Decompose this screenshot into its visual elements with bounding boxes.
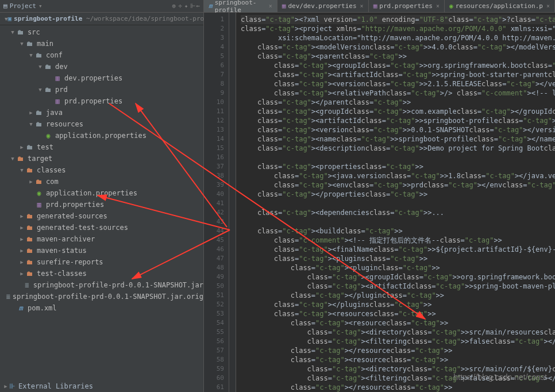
code-line[interactable]: class="c-tag"><resourceclass="c-tag">> [241,318,555,328]
code-line[interactable]: class="c-tag"><relativePathclass="c-tag"… [241,89,555,98]
editor-tab[interactable]: ◉resources/application.p× [445,0,555,12]
tree-item[interactable]: ▼🖿target [0,153,203,164]
tree-arrow-icon[interactable]: ▶ [18,225,25,230]
code-line[interactable]: class="c-tag"><propertiesclass="c-tag">> [241,162,555,171]
collapse-icon[interactable]: ÷ [178,2,182,10]
tree-item[interactable]: ▶🖿test [0,141,203,153]
tree-arrow-icon[interactable]: ▼ [28,52,34,58]
tree-item-label: resources [46,120,83,128]
close-icon[interactable]: × [269,3,272,9]
code-line[interactable]: class="c-tag"><resourcesclass="c-tag">> [241,309,555,318]
code-line[interactable]: class="c-tag"></propertiesclass="c-tag">… [241,190,555,199]
tree-item[interactable]: ▶🖿maven-archiver [0,233,203,245]
tree-item[interactable]: ▦prd.properties [0,95,203,107]
code-line[interactable]: class="c-tag"></parentclass="c-tag">> [241,98,555,107]
code-line[interactable]: class="c-tag"><groupIdclass="c-tag">>com… [241,107,555,116]
close-icon[interactable]: × [436,3,440,9]
tree-item[interactable]: mpom.xml [0,302,203,314]
tree-item[interactable]: ▼🖿dev [0,61,203,72]
code-line[interactable]: class="c-tag"><resourceclass="c-tag">> [241,355,555,364]
tree-arrow-icon[interactable]: ▶ [18,144,25,150]
code-line[interactable]: class="c-tag"><versionclass="c-tag">>0.0… [241,125,555,134]
code-line[interactable]: class="c-tag"><pluginclass="c-tag">> [241,263,555,272]
code-line[interactable]: class="c-tag"><groupIdclass="c-tag">>org… [241,61,555,70]
code-line[interactable]: class="c-tag"><nameclass="c-tag">>spring… [241,134,555,144]
editor-tab[interactable]: ▦dev/dev.properties× [278,0,369,12]
tree-item[interactable]: ≣springboot-profile-prd-0.0.1-SNAPSHOT.j… [0,279,203,291]
tree-item[interactable]: ◉application.properties [0,187,203,199]
code-line[interactable]: class="c-tag"><modelVersionclass="c-tag"… [241,43,555,52]
code-line[interactable]: class="c-tag"><artifactIdclass="c-tag">>… [241,70,555,79]
code-line[interactable]: class="c-tag"><filteringclass="c-tag">>f… [241,337,555,346]
code-line[interactable]: class="c-tag"></pluginsclass="c-tag">> [241,300,555,309]
code-editor[interactable]: class="c-tag"><?xml version="1.0" encodi… [236,13,555,392]
code-line[interactable]: class="c-tag"><?xml version="1.0" encodi… [241,15,555,24]
tree-arrow-icon[interactable]: ▶ [28,110,34,116]
tree-item[interactable]: ◉application.properties [0,130,203,141]
close-icon[interactable]: × [546,3,550,9]
tree-arrow-icon[interactable]: ▼ [9,156,16,162]
code-line[interactable]: class="c-tag"></resourceclass="c-tag">> [241,346,555,355]
code-line[interactable]: class="c-tag"></pluginclass="c-tag">> [241,291,555,300]
code-line[interactable]: class="c-tag"></resourceclass="c-tag">> [241,383,555,392]
code-line[interactable]: class="c-tag"><descriptionclass="c-tag">… [241,144,555,153]
tree-item[interactable]: ▶🖿test-classes [0,268,203,279]
tree-arrow-icon[interactable]: ▶ [18,248,25,253]
close-icon[interactable]: × [360,3,364,9]
hide-icon[interactable]: ⊩← [190,2,200,10]
tree-arrow-icon[interactable]: ▼ [37,87,44,93]
tree-arrow-icon[interactable]: ▼ [18,41,25,47]
code-line[interactable] [241,153,555,162]
tree-arrow-icon[interactable]: ▶ [18,213,25,219]
code-line[interactable]: class="c-tag"><envclass="c-tag">>prdclas… [241,180,555,190]
code-line[interactable]: class="c-tag"><parentclass="c-tag">> [241,52,555,61]
external-libraries[interactable]: ▶ ⊪ External Libraries [0,381,203,392]
tree-item[interactable]: ▦dev.properties [0,72,203,84]
tree-item[interactable]: ▼🖿main [0,38,203,49]
tree-arrow-icon[interactable]: ▶ [18,259,25,265]
tree-arrow-icon[interactable]: ▼ [18,167,25,173]
code-line[interactable]: class="c-tag"><artifactIdclass="c-tag">>… [241,282,555,291]
code-line[interactable]: class="c-tag"><buildclass="c-tag">> [241,226,555,236]
code-line[interactable]: class="c-comment"><!-- 指定打包后的文件名--class=… [241,236,555,245]
tree-item[interactable]: ▶🖿java [0,107,203,118]
editor-tab[interactable]: mspringboot-profile× [204,0,278,12]
tree-item[interactable]: ▶🖿generated-test-sources [0,222,203,233]
tree-item[interactable]: ≣springboot-profile-prd-0.0.1-SNAPSHOT.j… [0,291,203,302]
code-line[interactable]: class="c-tag"><artifactIdclass="c-tag">>… [241,116,555,125]
dropdown-arrow-icon[interactable]: ▾ [38,2,43,10]
tree-item[interactable]: ▶🖿surefire-reports [0,256,203,268]
tree-item[interactable]: ▶🖿generated-sources [0,210,203,222]
code-line[interactable]: class="c-tag"><finalNameclass="c-tag">>$… [241,245,555,254]
settings-icon[interactable]: ✦ [184,2,188,10]
code-line[interactable]: class="c-tag"><dependenciesclass="c-tag"… [241,208,555,217]
tree-arrow-icon[interactable]: ▶ [18,236,25,242]
tree-arrow-icon[interactable]: ▶ [28,179,34,185]
code-line[interactable]: class="c-tag"><directoryclass="c-tag">>s… [241,328,555,337]
code-line[interactable] [241,217,555,226]
tree-item[interactable]: ▼🖿resources [0,118,203,130]
tree-arrow-icon[interactable]: ▼ [28,121,34,127]
code-line[interactable] [241,199,555,208]
project-tree[interactable]: ▼🖿src▼🖿main▼🖿conf▼🖿dev▦dev.properties▼🖿p… [0,25,203,381]
tree-item[interactable]: ▦prd.properties [0,199,203,210]
project-icon: ▣ [7,15,11,22]
tree-arrow-icon[interactable]: ▼ [37,64,44,70]
editor-tab[interactable]: ▦prd.properties× [369,0,445,12]
code-line[interactable]: class="c-tag"><pluginsclass="c-tag">> [241,254,555,263]
tree-arrow-icon[interactable]: ▼ [9,29,16,35]
tree-item[interactable]: ▶🖿com [0,176,203,187]
tree-item[interactable]: ▶🖿maven-status [0,245,203,256]
code-line[interactable]: class="c-tag"><versionclass="c-tag">>2.1… [241,79,555,89]
tree-item[interactable]: ▼🖿conf [0,49,203,61]
tree-item[interactable]: ▼🖿classes [0,164,203,176]
code-line[interactable]: xsi:schemaLocation="http://maven.apache.… [241,33,555,43]
tree-item-label: classes [37,166,66,174]
tree-item[interactable]: ▼🖿prd [0,84,203,95]
tree-arrow-icon[interactable]: ▶ [18,271,25,276]
tree-item[interactable]: ▼🖿src [0,26,203,38]
code-line[interactable]: class="c-tag"><java.versionclass="c-tag"… [241,171,555,180]
locate-icon[interactable]: ⊕ [172,2,176,10]
code-line[interactable]: class="c-tag"><project xmlns="http://mav… [241,24,555,33]
code-line[interactable]: class="c-tag"><groupIdclass="c-tag">>org… [241,272,555,282]
